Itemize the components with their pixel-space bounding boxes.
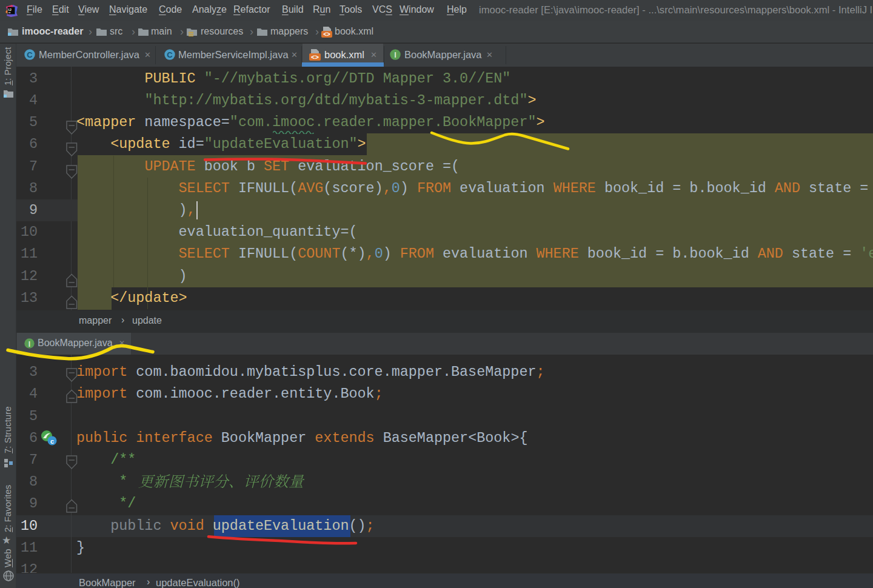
svg-text:c: c (50, 437, 54, 444)
svg-text:C: C (27, 50, 33, 59)
svg-text:<>: <> (323, 31, 330, 38)
svg-text:I: I (28, 340, 30, 349)
svg-text:C: C (167, 50, 173, 59)
svg-text:IJ: IJ (8, 8, 12, 12)
svg-text:<>: <> (311, 53, 319, 61)
svg-text:I: I (394, 50, 396, 59)
